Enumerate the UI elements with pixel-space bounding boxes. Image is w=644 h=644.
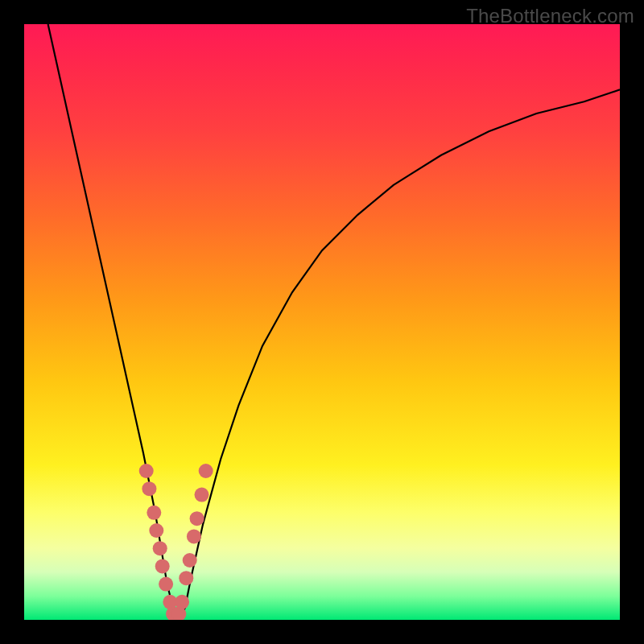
chart-frame: TheBottleneck.com	[0, 0, 644, 644]
curve-marker	[155, 559, 170, 573]
curve-marker	[183, 553, 197, 568]
curve-markers	[139, 464, 213, 620]
curve-marker	[171, 607, 186, 620]
curve-marker	[175, 595, 189, 609]
curve-marker	[153, 541, 167, 555]
curve-marker	[139, 464, 154, 478]
curve-marker	[179, 571, 193, 585]
curve-marker	[169, 609, 184, 620]
bottleneck-curve-svg	[24, 24, 620, 620]
plot-area	[24, 24, 620, 620]
curve-marker	[159, 577, 173, 592]
bottleneck-curve-path	[48, 24, 620, 620]
curve-marker	[149, 523, 163, 538]
curve-marker	[187, 529, 201, 543]
curve-marker	[166, 607, 180, 620]
curve-marker	[190, 511, 204, 526]
curve-marker	[142, 481, 156, 496]
curve-marker	[147, 506, 161, 520]
curve-marker	[199, 464, 213, 478]
curve-marker	[195, 488, 209, 502]
curve-marker	[163, 595, 177, 609]
